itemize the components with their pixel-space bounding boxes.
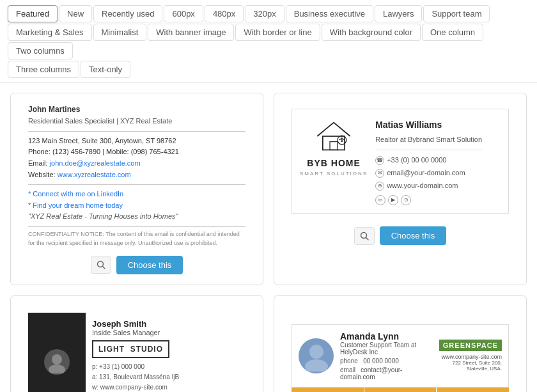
svg-point-9	[52, 354, 62, 365]
sig2-title: Realtor at Bybrand Smart Solution	[375, 134, 482, 146]
sig4-name: Amanda Lynn	[340, 331, 433, 341]
sig1-link2[interactable]: * Find your dream home today	[28, 201, 123, 209]
sig1-name: John Martines	[28, 104, 245, 116]
tabs-row-3: Three columnsText-only	[8, 61, 529, 78]
tab-three-columns[interactable]: Three columns	[8, 61, 79, 78]
sig1-website-label: Website:	[28, 171, 56, 178]
template-actions-byb-home: Choose this	[354, 226, 447, 245]
sig3-name: Joseph Smith	[92, 319, 239, 329]
footer-btn-whats-now[interactable]: 📢 What's now	[437, 388, 509, 392]
sig2-logo: BYB HOME SMART SOLUTIONS	[300, 117, 368, 176]
template-card-byb-home: BYB HOME SMART SOLUTIONS Matias Williams…	[274, 93, 527, 285]
sig3-avatar	[44, 349, 70, 375]
email-label: email	[340, 366, 355, 373]
sig1-tagline: "XYZ Real Estate - Turning Houses into H…	[28, 211, 245, 223]
web-icon: ⊕	[375, 182, 384, 191]
template-card-real-estate: John Martines Residential Sales Speciali…	[10, 93, 263, 285]
tab-business-executive[interactable]: Business executive	[286, 5, 373, 22]
sig3-address: a: 131, Boulevard Masséna IjB	[92, 372, 239, 382]
tab-600px[interactable]: 600px	[164, 5, 203, 22]
tab-480px[interactable]: 480px	[205, 5, 244, 22]
footer-btn-blog[interactable]: 📖 Read Our Blog	[292, 388, 364, 392]
tab-two-columns[interactable]: Two columns	[8, 42, 73, 59]
svg-rect-2	[323, 136, 345, 150]
camera-icon: ▶	[388, 195, 398, 205]
sig2-name: Matias Williams	[375, 117, 482, 133]
smart-solutions: SMART SOLUTIONS	[300, 171, 368, 176]
sig2-social: in ▶ ⊙	[375, 195, 482, 205]
magnify-icon	[360, 231, 369, 240]
svg-line-8	[366, 237, 368, 240]
sig1-title: Residential Sales Specialist | XYZ Real …	[28, 116, 245, 127]
sig3-left	[28, 313, 86, 392]
svg-point-10	[49, 365, 65, 373]
sig3-website: w: www.company-site.com	[92, 382, 239, 392]
sig4-avatar	[299, 338, 334, 373]
template-actions-real-estate: Choose this	[91, 256, 183, 274]
svg-point-6	[341, 141, 343, 143]
tab-with-banner-image[interactable]: With banner image	[148, 24, 234, 41]
tab-recently-used[interactable]: Recently used	[93, 5, 162, 22]
tab-lawyers[interactable]: Lawyers	[375, 5, 422, 22]
template-card-amanda-lynn: Amanda Lynn Customer Support Team at Hel…	[274, 295, 527, 392]
choose-button-real-estate[interactable]: Choose this	[116, 256, 183, 274]
tab-featured[interactable]: Featured	[8, 5, 58, 22]
tab-320px[interactable]: 320px	[245, 5, 284, 22]
magnify-button-byb-home[interactable]	[354, 227, 375, 245]
tab-text-only[interactable]: Text-only	[81, 61, 130, 78]
sig1-phone: Phone: (123) 456-7890 | Mobile: (098) 76…	[28, 146, 245, 158]
choose-button-byb-home[interactable]: Choose this	[380, 226, 447, 245]
sig1-email-label: Email:	[28, 159, 48, 167]
sig4-info: Amanda Lynn Customer Support Team at Hel…	[340, 331, 433, 380]
sig4-company-address: 722 Street, Suite 200, Stateville, USA.	[453, 360, 502, 372]
instagram-icon: ⊙	[401, 195, 411, 205]
tab-support-team[interactable]: Support team	[423, 5, 490, 22]
email-icon: ✉	[375, 169, 384, 178]
avatar-icon	[45, 350, 68, 373]
template-preview-amanda-lynn: Amanda Lynn Customer Support Team at Hel…	[284, 306, 516, 392]
greenspace-logo: GREENSPACE	[439, 340, 502, 351]
sig1-confidential: CONFIDENTIALITY NOTICE: The content of t…	[28, 226, 245, 248]
sig2-email: email@your-domain.com	[387, 167, 465, 180]
tabs-row-2: Marketing & SalesMinimalistWith banner i…	[8, 24, 529, 59]
sig1-website[interactable]: www.xyzrealestate.com	[58, 171, 131, 178]
sig3-right: Joseph Smith Inside Sales Manager LIGHT …	[86, 313, 245, 392]
sig3-phone: p: +33 (1) 000 000	[92, 362, 239, 372]
tab-minimalist[interactable]: Minimalist	[93, 24, 147, 41]
tab-with-background-color[interactable]: With background color	[322, 24, 421, 41]
sig2-website: www.your-domain.com	[387, 180, 458, 192]
sig1-address: 123 Main Street, Suite 300, Anytown, ST …	[28, 136, 245, 147]
phone-label: phone	[340, 357, 358, 365]
template-preview-real-estate: John Martines Residential Sales Speciali…	[21, 104, 253, 248]
tab-one-column[interactable]: One column	[422, 24, 483, 41]
sig4-company-website: www.company-site.com	[441, 354, 502, 360]
tabs-container: FeaturedNewRecently used600px480px320pxB…	[0, 0, 537, 82]
sig3-title: Inside Sales Manager	[92, 329, 239, 336]
sig1-email[interactable]: john.doe@xyzrealestate.com	[50, 159, 141, 167]
sig4-title: Customer Support Team at HelyDesk Inc	[340, 341, 433, 356]
house-icon	[311, 117, 356, 155]
template-card-light-studio: Joseph Smith Inside Sales Manager LIGHT …	[10, 295, 263, 392]
sig4-top: Amanda Lynn Customer Support Team at Hel…	[292, 324, 509, 388]
tab-marketing-sales[interactable]: Marketing & Sales	[8, 24, 92, 41]
svg-rect-3	[330, 142, 338, 150]
sig4-phone-line: phone 00 000 0000	[340, 357, 433, 365]
sig4-email-line: email contact@your-domain.com	[340, 366, 433, 380]
studio-label: STUDIO	[130, 345, 163, 354]
template-preview-byb-home: BYB HOME SMART SOLUTIONS Matias Williams…	[284, 104, 516, 219]
tab-with-border-or-line[interactable]: With border or line	[235, 24, 320, 41]
template-preview-light-studio: Joseph Smith Inside Sales Manager LIGHT …	[21, 306, 253, 392]
byb-brand: BYB HOME	[307, 158, 360, 168]
svg-line-1	[102, 267, 105, 269]
tabs-row-1: FeaturedNewRecently used600px480px320pxB…	[8, 5, 529, 22]
magnify-button-real-estate[interactable]	[91, 256, 111, 274]
footer-btn-knowledge[interactable]: 📚 Knowledge Base	[364, 388, 437, 392]
svg-point-14	[305, 359, 328, 372]
sig4-footer: 📖 Read Our Blog 📚 Knowledge Base 📢 What'…	[292, 388, 509, 392]
sig1-link1[interactable]: * Connect with me on LinkedIn	[28, 190, 123, 198]
tab-new[interactable]: New	[59, 5, 92, 22]
linkedin-icon: in	[375, 195, 385, 205]
templates-grid: John Martines Residential Sales Speciali…	[0, 82, 537, 392]
magnify-icon	[97, 260, 105, 269]
svg-point-13	[309, 345, 323, 359]
